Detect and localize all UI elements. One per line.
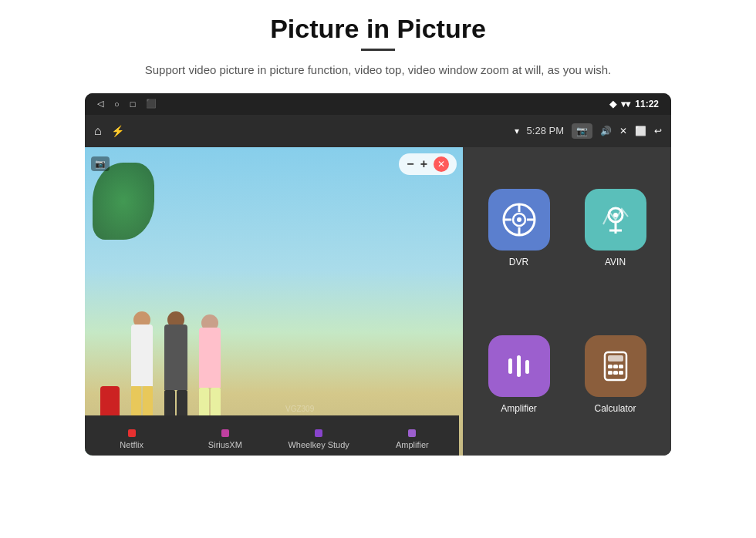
bottom-app-amplifier[interactable]: Amplifier (366, 415, 459, 456)
usb-icon: ⚡ (111, 125, 124, 137)
location-icon: ◆ (609, 99, 616, 109)
app-item-amplifier[interactable]: Amplifier (471, 301, 567, 448)
pip-window: 📷 − + ✕ ⏮ ⏵ ⏭ (85, 147, 463, 456)
watermark: VGZ309 (285, 405, 314, 413)
bottom-app-wheelkey[interactable]: Wheelkey Study (272, 415, 366, 456)
dvr-icon (488, 189, 550, 251)
status-bar-indicators: ◆ ▾▾ 11:22 (609, 99, 659, 109)
svg-rect-22 (608, 371, 613, 375)
page-subtitle: Support video picture in picture functio… (145, 62, 611, 79)
status-bar: ◁ ○ □ ⬛ ◆ ▾▾ 11:22 (85, 93, 671, 115)
dvr-icon-svg (501, 201, 538, 238)
siriusxm-indicator (221, 429, 229, 437)
svg-rect-18 (608, 355, 623, 361)
page-container: Picture in Picture Support video picture… (0, 0, 756, 538)
pip-controls: 📷 − + ✕ (91, 153, 457, 175)
amplifier-label: Amplifier (501, 403, 537, 414)
status-time: 11:22 (635, 99, 659, 109)
wifi-status-icon: ▾ (515, 126, 519, 136)
amplifier-bottom-indicator (408, 429, 416, 437)
close-icon[interactable]: ✕ (619, 126, 627, 136)
home-icon[interactable]: ⌂ (94, 124, 102, 138)
pip-camera-indicator: 📷 (91, 156, 110, 171)
netflix-label: Netflix (120, 440, 143, 449)
screenshot-icon[interactable]: ⬛ (146, 99, 157, 109)
app-bar-time: 5:28 PM (527, 125, 564, 136)
recent-nav-icon[interactable]: □ (130, 99, 136, 109)
app-item-avin[interactable]: AVIN (567, 155, 663, 301)
svg-rect-19 (608, 365, 613, 368)
back-nav-icon[interactable]: ◁ (97, 99, 103, 109)
pip-close-button[interactable]: ✕ (434, 156, 449, 172)
svg-rect-23 (613, 371, 618, 375)
pip-resize-controls: − + ✕ (399, 153, 457, 175)
siriusxm-label: SiriusXM (208, 440, 242, 449)
volume-icon[interactable]: 🔊 (600, 126, 612, 136)
netflix-indicator (128, 429, 136, 437)
avin-icon-svg (597, 201, 634, 238)
bottom-app-bar: Netflix SiriusXM Wheelkey Study Amplifie… (85, 415, 459, 456)
app-bar: ⌂ ⚡ ▾ 5:28 PM 📷 🔊 ✕ ⬜ ↩ (85, 115, 671, 147)
svg-point-6 (517, 217, 521, 222)
calculator-label: Calculator (594, 403, 636, 414)
amplifier-bottom-label: Amplifier (396, 440, 429, 449)
app-item-calculator[interactable]: Calculator (567, 301, 663, 448)
svg-rect-12 (508, 362, 512, 370)
bottom-app-netflix[interactable]: Netflix (85, 415, 178, 456)
pip-video: 📷 − + ✕ ⏮ ⏵ ⏭ (85, 147, 463, 456)
svg-rect-21 (619, 365, 623, 368)
calculator-icon-svg (597, 348, 634, 385)
bottom-app-siriusxm[interactable]: SiriusXM (178, 415, 272, 456)
camera-button[interactable]: 📷 (572, 123, 592, 139)
pip-minus-button[interactable]: − (407, 157, 413, 171)
back-icon[interactable]: ↩ (654, 126, 662, 136)
wheelkey-indicator (315, 429, 322, 437)
avin-label: AVIN (605, 257, 626, 267)
main-content: 📷 − + ✕ ⏮ ⏵ ⏭ (85, 147, 671, 456)
device-frame: ◁ ○ □ ⬛ ◆ ▾▾ 11:22 ⌂ ⚡ ▾ 5:28 PM 📷 🔊 (85, 93, 671, 456)
svg-rect-14 (517, 359, 521, 373)
app-bar-left: ⌂ ⚡ (94, 124, 124, 138)
svg-rect-20 (613, 365, 618, 368)
title-divider (361, 49, 395, 51)
app-item-dvr[interactable]: DVR (471, 155, 567, 301)
pip-plus-button[interactable]: + (420, 157, 427, 171)
pip-icon[interactable]: ⬜ (635, 126, 646, 136)
svg-rect-24 (619, 371, 623, 375)
avin-icon (585, 189, 646, 251)
calculator-icon (585, 335, 646, 397)
wifi-icon: ▾▾ (621, 99, 630, 109)
wheelkey-label: Wheelkey Study (288, 440, 349, 449)
home-nav-icon[interactable]: ○ (114, 99, 120, 109)
app-bar-right: ▾ 5:28 PM 📷 🔊 ✕ ⬜ ↩ (515, 123, 662, 139)
apps-grid: DVR AVIN (463, 147, 671, 456)
svg-rect-16 (525, 364, 529, 370)
amplifier-icon (488, 335, 550, 397)
page-title: Picture in Picture (270, 14, 486, 44)
status-bar-nav: ◁ ○ □ ⬛ (97, 99, 157, 109)
amplifier-icon-svg (501, 348, 538, 385)
dvr-label: DVR (509, 257, 528, 267)
